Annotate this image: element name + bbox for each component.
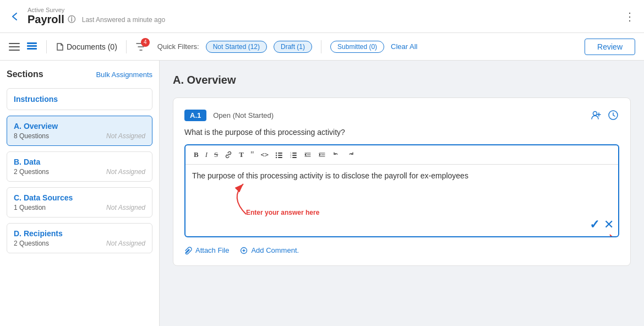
heading-button[interactable]: T — [236, 149, 247, 160]
svg-point-6 — [593, 112, 597, 116]
filter-icon-wrapper: 4 — [135, 41, 146, 52]
editor-text[interactable]: The purpose of this processing activity … — [192, 171, 612, 180]
italic-button[interactable]: I — [203, 149, 210, 160]
section-heading: A. Overview — [173, 74, 631, 86]
question-card-a1: A.1 Open (Not Started) What is the purpo… — [173, 97, 631, 266]
sidebar-title: Sections — [7, 69, 43, 79]
svg-rect-13 — [278, 157, 282, 158]
sidebar-item-overview[interactable]: A. Overview 8 Questions Not Assigned — [7, 116, 152, 146]
svg-rect-4 — [27, 45, 37, 47]
toolbar-divider-1 — [46, 40, 47, 53]
instructions-section-item[interactable]: Instructions — [7, 88, 152, 110]
clear-all-button[interactable]: Clear All — [391, 42, 417, 51]
header-left: Active Survey Payroll ⓘ Last Answered a … — [9, 7, 165, 26]
section-b-meta: 2 Questions Not Assigned — [14, 168, 145, 176]
toolbar-divider-2 — [126, 40, 127, 53]
section-a-questions: 8 Questions — [14, 132, 49, 140]
add-comment-button[interactable]: Add Comment. — [240, 246, 299, 254]
list-view-button[interactable] — [26, 41, 37, 52]
quote-button[interactable]: " — [248, 149, 257, 161]
question-text: What is the purpose of this processing a… — [184, 128, 619, 137]
code-button[interactable]: <> — [258, 150, 271, 160]
save-annotation: Click to save — [596, 229, 619, 237]
filter-chip-draft[interactable]: Draft (1) — [274, 41, 312, 53]
svg-rect-17 — [292, 155, 297, 156]
section-a-meta: 8 Questions Not Assigned — [14, 132, 145, 140]
survey-info: Active Survey Payroll ⓘ Last Answered a … — [28, 7, 165, 26]
instructions-label: Instructions — [14, 95, 58, 104]
bulk-assignments-button[interactable]: Bulk Assignments — [96, 70, 152, 79]
documents-label: Documents (0) — [67, 42, 117, 51]
section-d-status: Not Assigned — [106, 240, 145, 247]
header-right: ⋮ — [624, 10, 635, 23]
svg-rect-19 — [292, 157, 297, 158]
editor-container[interactable]: B I S T " <> 1.2.3. — [184, 144, 619, 237]
svg-point-10 — [276, 155, 277, 156]
section-c-meta: 1 Question Not Assigned — [14, 204, 145, 211]
bold-button[interactable]: B — [191, 149, 201, 160]
filter-badge: 4 — [141, 38, 150, 47]
editor-toolbar: B I S T " <> 1.2.3. — [185, 145, 618, 165]
section-c-title: C. Data Sources — [14, 193, 145, 202]
toolbar: Documents (0) 4 Quick Filters: Not Start… — [0, 33, 644, 61]
filter-chip-not-started[interactable]: Not Started (12) — [206, 41, 267, 53]
svg-rect-2 — [9, 50, 20, 51]
documents-button[interactable]: Documents (0) — [56, 42, 117, 51]
main-layout: Sections Bulk Assignments Instructions A… — [0, 61, 644, 326]
attach-file-label: Attach File — [195, 246, 229, 254]
section-d-title: D. Recipients — [14, 229, 145, 238]
svg-rect-5 — [27, 48, 37, 50]
section-c-status: Not Assigned — [106, 204, 145, 211]
svg-point-12 — [276, 157, 277, 158]
ordered-list-button[interactable]: 1.2.3. — [287, 150, 300, 160]
section-d-meta: 2 Questions Not Assigned — [14, 240, 145, 247]
editor-body[interactable]: The purpose of this processing activity … — [185, 165, 618, 236]
sidebar-item-data[interactable]: B. Data 2 Questions Not Assigned — [7, 151, 152, 182]
sidebar-item-data-sources[interactable]: C. Data Sources 1 Question Not Assigned — [7, 187, 152, 218]
history-button[interactable] — [607, 109, 619, 121]
svg-text:3.: 3. — [290, 156, 292, 159]
review-button[interactable]: Review — [585, 39, 635, 55]
menu-icon-button[interactable] — [9, 41, 20, 52]
unordered-list-button[interactable] — [272, 150, 286, 160]
info-icon[interactable]: ⓘ — [68, 15, 75, 25]
section-a-title: A. Overview — [14, 122, 145, 131]
assign-user-button[interactable] — [590, 109, 602, 121]
add-comment-label: Add Comment. — [251, 246, 299, 254]
sidebar-header: Sections Bulk Assignments — [7, 69, 152, 79]
svg-rect-11 — [278, 155, 282, 156]
indent-decrease-button[interactable] — [301, 150, 314, 160]
attach-file-button[interactable]: Attach File — [184, 246, 229, 254]
section-b-questions: 2 Questions — [14, 168, 49, 176]
quick-filters-label: Quick Filters: — [157, 42, 199, 51]
toolbar-divider-3 — [321, 40, 321, 53]
section-c-questions: 1 Question — [14, 204, 46, 211]
strikethrough-button[interactable]: S — [211, 149, 221, 160]
sidebar-item-recipients[interactable]: D. Recipients 2 Questions Not Assigned — [7, 223, 152, 253]
section-d-questions: 2 Questions — [14, 240, 49, 247]
header: Active Survey Payroll ⓘ Last Answered a … — [0, 0, 644, 33]
section-a-status: Not Assigned — [106, 132, 145, 140]
redo-button[interactable] — [344, 150, 357, 160]
svg-rect-3 — [27, 42, 37, 44]
survey-title: Payroll ⓘ — [28, 13, 75, 26]
sidebar: Sections Bulk Assignments Instructions A… — [0, 61, 160, 326]
svg-rect-0 — [9, 43, 20, 44]
filter-chip-submitted[interactable]: Submitted (0) — [330, 41, 384, 53]
more-options-button[interactable]: ⋮ — [624, 10, 635, 23]
question-badge: A.1 — [184, 110, 206, 121]
svg-rect-9 — [278, 153, 282, 154]
back-button[interactable] — [9, 10, 21, 23]
question-header: A.1 Open (Not Started) — [184, 109, 619, 121]
action-row: Attach File Add Comment. — [184, 246, 619, 254]
section-b-title: B. Data — [14, 157, 145, 166]
enter-answer-label: Enter your answer here — [246, 209, 319, 216]
section-b-status: Not Assigned — [106, 168, 145, 176]
undo-button[interactable] — [330, 150, 343, 160]
link-button[interactable] — [222, 150, 235, 160]
indent-increase-button[interactable] — [315, 150, 329, 160]
last-answered-text: Last Answered a minute ago — [82, 16, 165, 24]
active-survey-label: Active Survey — [28, 7, 165, 13]
svg-point-8 — [276, 153, 277, 154]
svg-rect-15 — [292, 153, 297, 154]
